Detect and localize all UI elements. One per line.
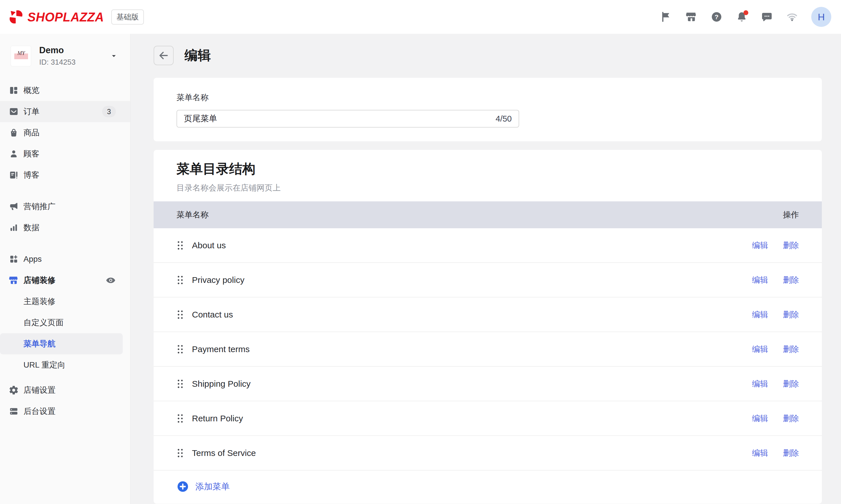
edit-link[interactable]: 编辑 — [752, 378, 768, 389]
delete-link[interactable]: 删除 — [783, 448, 799, 458]
sidebar-item-label: Apps — [23, 255, 42, 264]
svg-text:?: ? — [715, 13, 719, 21]
edit-link[interactable]: 编辑 — [752, 344, 768, 355]
chat-icon[interactable] — [761, 11, 773, 23]
chevron-down-icon — [110, 52, 118, 60]
drag-handle-icon[interactable] — [177, 275, 184, 285]
delete-link[interactable]: 删除 — [783, 309, 799, 320]
sidebar-item-analytics[interactable]: 数据 — [0, 217, 130, 238]
sidebar-item-label: 营销推广 — [23, 201, 55, 212]
orders-icon — [8, 106, 19, 117]
topbar-actions: ? H — [660, 7, 831, 27]
table-row: Shipping Policy 编辑 删除 — [154, 367, 822, 401]
delete-link[interactable]: 删除 — [783, 344, 799, 355]
table-row: Contact us 编辑 删除 — [154, 298, 822, 332]
sidebar-nav: 概览 订单 3 — [0, 80, 130, 422]
brand-logo[interactable]: SHOPLAZZA — [8, 10, 104, 24]
store-switcher[interactable]: MY Demo ID: 314253 — [0, 45, 130, 67]
sidebar-subitem-theme-design[interactable]: 主题装修 — [0, 291, 130, 312]
sidebar-item-backend-settings[interactable]: 后台设置 — [0, 401, 130, 422]
edit-link[interactable]: 编辑 — [752, 448, 768, 458]
plan-badge: 基础版 — [111, 10, 144, 24]
orders-count-badge: 3 — [102, 106, 116, 117]
store-name: Demo — [39, 45, 75, 55]
table-row: Privacy policy 编辑 删除 — [154, 263, 822, 298]
sidebar-item-label: 商品 — [23, 127, 39, 138]
sidebar-subitem-custom-pages[interactable]: 自定义页面 — [0, 312, 130, 333]
delete-link[interactable]: 删除 — [783, 275, 799, 286]
sidebar-item-label: 后台设置 — [23, 406, 55, 417]
sidebar-item-label: 顾客 — [23, 148, 39, 159]
menu-item-name: Shipping Policy — [192, 379, 752, 389]
drag-handle-icon[interactable] — [177, 413, 184, 424]
plus-circle-icon — [177, 480, 189, 493]
sidebar-subitem-label: 菜单导航 — [23, 338, 55, 349]
sidebar: MY Demo ID: 314253 概览 — [0, 34, 130, 504]
user-avatar[interactable]: H — [811, 7, 831, 27]
table-row: About us 编辑 删除 — [154, 228, 822, 263]
wifi-icon[interactable] — [786, 11, 798, 23]
settings-gear-icon — [8, 385, 19, 395]
sidebar-item-apps[interactable]: Apps — [0, 249, 130, 270]
blog-icon — [8, 170, 19, 180]
page-title: 编辑 — [184, 47, 211, 65]
menu-name-card: 菜单名称 4/50 — [154, 78, 822, 141]
sidebar-item-label: 数据 — [23, 222, 39, 233]
overview-icon — [8, 85, 19, 95]
add-menu-button[interactable]: 添加菜单 — [154, 470, 822, 504]
sidebar-subitem-label: URL 重定向 — [23, 360, 66, 371]
table-row: Terms of Service 编辑 删除 — [154, 436, 822, 470]
shoplazza-mark-icon — [8, 10, 23, 24]
edit-link[interactable]: 编辑 — [752, 413, 768, 424]
menu-item-name: Contact us — [192, 310, 752, 320]
marketing-megaphone-icon — [8, 201, 19, 212]
edit-link[interactable]: 编辑 — [752, 275, 768, 286]
drag-handle-icon[interactable] — [177, 240, 184, 251]
help-icon[interactable]: ? — [711, 11, 722, 23]
sidebar-subitem-menu-navigation[interactable]: 菜单导航 — [0, 333, 123, 355]
sidebar-item-label: 博客 — [23, 169, 39, 180]
table-header: 菜单名称 操作 — [154, 201, 822, 228]
products-bag-icon — [8, 128, 19, 138]
sidebar-item-overview[interactable]: 概览 — [0, 80, 130, 101]
sidebar-item-marketing[interactable]: 营销推广 — [0, 196, 130, 217]
menu-item-name: Payment terms — [192, 344, 752, 354]
sidebar-subitem-label: 主题装修 — [23, 296, 55, 307]
sidebar-item-customers[interactable]: 顾客 — [0, 143, 130, 164]
store-design-icon — [8, 275, 19, 286]
main-content: 编辑 菜单名称 4/50 菜单目录结构 目录名称会展示在店铺网页上 菜单名称 操… — [130, 34, 841, 504]
notifications-bell-icon[interactable] — [736, 11, 748, 23]
drag-handle-icon[interactable] — [177, 448, 184, 458]
menu-name-input[interactable] — [184, 114, 496, 124]
sidebar-item-orders[interactable]: 订单 3 — [0, 101, 130, 122]
drag-handle-icon[interactable] — [177, 309, 184, 320]
customers-person-icon — [8, 149, 19, 159]
delete-link[interactable]: 删除 — [783, 413, 799, 424]
sidebar-subitem-url-redirect[interactable]: URL 重定向 — [0, 355, 130, 376]
flag-icon[interactable] — [660, 11, 672, 23]
table-row: Return Policy 编辑 删除 — [154, 401, 822, 436]
column-action: 操作 — [783, 210, 799, 220]
menu-item-name: About us — [192, 240, 752, 250]
store-logo: MY — [11, 46, 31, 66]
delete-link[interactable]: 删除 — [783, 240, 799, 251]
char-counter: 4/50 — [496, 114, 512, 124]
server-icon — [8, 406, 19, 416]
analytics-bars-icon — [8, 222, 19, 233]
sidebar-item-products[interactable]: 商品 — [0, 122, 130, 143]
storefront-icon[interactable] — [685, 11, 697, 23]
notification-dot — [744, 10, 748, 15]
sidebar-item-store-design[interactable]: 店铺装修 — [0, 270, 130, 291]
menu-item-name: Return Policy — [192, 414, 752, 423]
back-button[interactable] — [154, 46, 174, 65]
delete-link[interactable]: 删除 — [783, 378, 799, 389]
preview-eye-icon[interactable] — [106, 275, 116, 286]
drag-handle-icon[interactable] — [177, 344, 184, 355]
sidebar-item-blog[interactable]: 博客 — [0, 164, 130, 186]
drag-handle-icon[interactable] — [177, 379, 184, 389]
edit-link[interactable]: 编辑 — [752, 309, 768, 320]
sidebar-item-store-settings[interactable]: 店铺设置 — [0, 380, 130, 401]
menu-item-name: Terms of Service — [192, 448, 752, 458]
section-subtitle: 目录名称会展示在店铺网页上 — [177, 182, 799, 193]
edit-link[interactable]: 编辑 — [752, 240, 768, 251]
